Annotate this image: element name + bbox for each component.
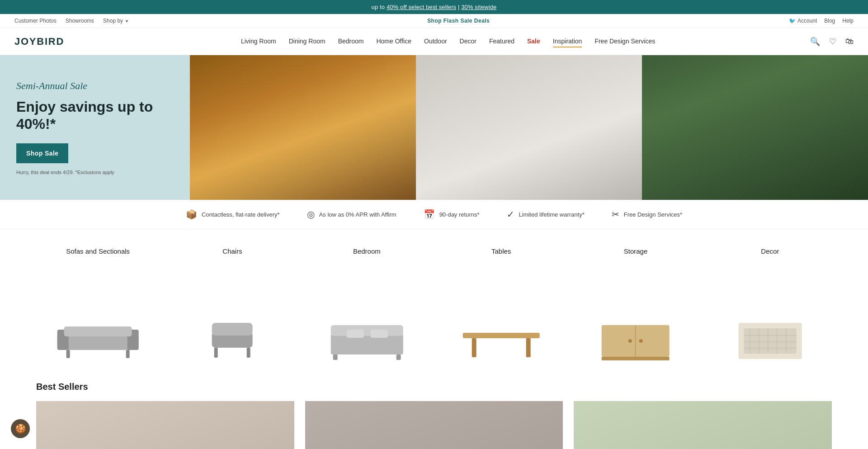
wishlist-icon[interactable]: ♡ <box>829 37 836 47</box>
value-prop-warranty-text: Limited lifetime warranty* <box>519 211 585 218</box>
svg-rect-15 <box>370 330 387 338</box>
nav-living-room[interactable]: Living Room <box>241 36 276 47</box>
shop-sale-button[interactable]: Shop Sale <box>16 143 68 163</box>
category-chairs[interactable]: Chairs <box>170 247 294 364</box>
warranty-icon: ✓ <box>507 209 514 220</box>
nav-showrooms[interactable]: Showrooms <box>66 18 94 24</box>
logo[interactable]: JOYBIRD <box>14 36 64 47</box>
svg-rect-10 <box>330 334 403 354</box>
svg-rect-9 <box>247 348 250 358</box>
storage-illustration-icon <box>574 309 697 364</box>
value-prop-affirm: ◎ As low as 0% APR with Affirm <box>307 209 396 220</box>
product-card-1[interactable] <box>36 401 294 449</box>
sofas-illustration-icon <box>36 309 160 364</box>
svg-rect-8 <box>214 348 218 358</box>
category-grid: Sofas and Sectionals Chairs <box>36 247 832 364</box>
value-prop-returns: 📅 90-day returns* <box>424 209 480 220</box>
product-card-image-2 <box>305 401 563 449</box>
value-prop-delivery-text: Contactless, flat-rate delivery* <box>202 211 280 218</box>
utility-nav: Customer Photos Showrooms Shop by ▾ Shop… <box>0 14 868 28</box>
category-decor-label: Decor <box>761 247 779 255</box>
hero-image-1 <box>190 55 416 200</box>
svg-rect-3 <box>64 326 132 336</box>
nav-home-office[interactable]: Home Office <box>376 36 411 47</box>
account-link[interactable]: 🐦 Account <box>789 18 817 24</box>
nav-inspiration[interactable]: Inspiration <box>553 36 582 47</box>
blog-link[interactable]: Blog <box>824 18 835 24</box>
category-chairs-image <box>170 260 294 364</box>
flash-sale-link[interactable]: Shop Flash Sale Deals <box>427 18 490 24</box>
product-card-2[interactable] <box>305 401 563 449</box>
svg-rect-17 <box>472 338 476 357</box>
svg-rect-16 <box>463 333 540 338</box>
bedroom-illustration-icon <box>305 309 429 364</box>
svg-rect-13 <box>396 354 401 360</box>
search-icon[interactable]: 🔍 <box>810 37 820 47</box>
hero-text-panel: Semi-Annual Sale Enjoy savings up to 40%… <box>0 55 190 200</box>
category-tables-label: Tables <box>491 247 511 255</box>
category-sofas-label: Sofas and Sectionals <box>66 247 130 255</box>
best-sellers-title: Best Sellers <box>36 382 832 392</box>
value-prop-design-text: Free Design Services* <box>624 211 682 218</box>
main-nav: JOYBIRD Living Room Dining Room Bedroom … <box>0 28 868 55</box>
value-prop-affirm-text: As low as 0% APR with Affirm <box>319 211 396 218</box>
cart-icon[interactable]: 🛍 <box>845 37 854 46</box>
nav-customer-photos[interactable]: Customer Photos <box>14 18 57 24</box>
svg-rect-0 <box>57 334 139 350</box>
product-card-image-3 <box>574 401 832 449</box>
product-card-image-1 <box>36 401 294 449</box>
nav-bedroom[interactable]: Bedroom <box>338 36 364 47</box>
svg-rect-23 <box>602 357 670 360</box>
nav-decor[interactable]: Decor <box>460 36 476 47</box>
category-tables[interactable]: Tables <box>439 247 563 364</box>
returns-icon: 📅 <box>424 209 435 220</box>
banner-link-2[interactable]: 30% sitewide <box>461 4 496 10</box>
category-chairs-label: Chairs <box>222 247 242 255</box>
hero-section: Semi-Annual Sale Enjoy savings up to 40%… <box>0 55 868 200</box>
chairs-illustration-icon <box>170 309 294 364</box>
utility-nav-left: Customer Photos Showrooms Shop by ▾ <box>14 18 128 24</box>
nav-dining-room[interactable]: Dining Room <box>289 36 326 47</box>
nav-sale[interactable]: Sale <box>527 36 540 47</box>
product-grid <box>36 401 832 449</box>
category-decor-image <box>708 260 832 364</box>
svg-point-22 <box>639 339 643 343</box>
cookie-consent-button[interactable]: 🍪 <box>11 419 30 438</box>
value-props-bar: 📦 Contactless, flat-rate delivery* ◎ As … <box>0 200 868 229</box>
top-banner: up to 40% off select best sellers | 30% … <box>0 0 868 14</box>
affirm-icon: ◎ <box>307 209 315 220</box>
design-icon: ✂ <box>612 209 619 220</box>
svg-rect-25 <box>744 328 796 354</box>
nav-links: Living Room Dining Room Bedroom Home Off… <box>86 36 810 47</box>
hero-image-2 <box>416 55 642 200</box>
svg-rect-14 <box>346 330 363 338</box>
delivery-icon: 📦 <box>186 209 197 220</box>
value-prop-returns-text: 90-day returns* <box>439 211 480 218</box>
help-link[interactable]: Help <box>842 18 854 24</box>
category-decor[interactable]: Decor <box>708 247 832 364</box>
svg-rect-12 <box>333 354 337 360</box>
product-card-3[interactable] <box>574 401 832 449</box>
decor-illustration-icon <box>708 309 832 364</box>
category-sofas[interactable]: Sofas and Sectionals <box>36 247 160 364</box>
category-bedroom-image <box>305 260 429 364</box>
category-sofas-image <box>36 260 160 364</box>
nav-featured[interactable]: Featured <box>489 36 514 47</box>
shop-by-chevron-icon: ▾ <box>126 19 128 24</box>
category-bedroom-label: Bedroom <box>353 247 381 255</box>
nav-outdoor[interactable]: Outdoor <box>424 36 447 47</box>
banner-link-1[interactable]: 40% off select best sellers <box>387 4 456 10</box>
banner-text-prefix: up to <box>372 4 387 10</box>
tables-illustration-icon <box>439 309 563 364</box>
svg-rect-18 <box>526 338 531 357</box>
hero-image-3 <box>642 55 868 200</box>
hero-fine-print: Hurry, this deal ends 4/29. *Exclusions … <box>16 170 174 175</box>
svg-rect-11 <box>330 325 403 336</box>
category-tables-image <box>439 260 563 364</box>
nav-free-design-services[interactable]: Free Design Services <box>594 36 655 47</box>
nav-shop-by[interactable]: Shop by ▾ <box>103 18 128 24</box>
category-storage[interactable]: Storage <box>574 247 697 364</box>
category-bedroom[interactable]: Bedroom <box>305 247 429 364</box>
value-prop-delivery: 📦 Contactless, flat-rate delivery* <box>186 209 280 220</box>
category-storage-image <box>574 260 697 364</box>
